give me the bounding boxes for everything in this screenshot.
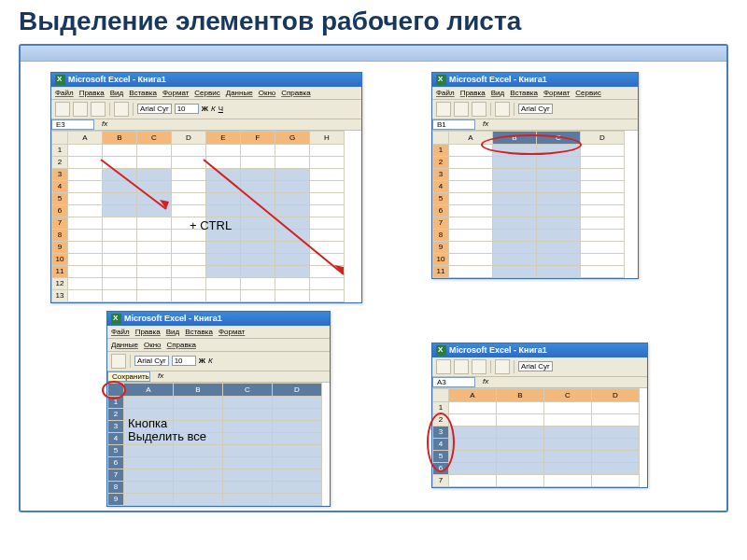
row-header[interactable]: 6 xyxy=(52,204,68,217)
row-header[interactable]: 2 xyxy=(108,408,124,420)
row-header[interactable]: 1 xyxy=(108,396,124,408)
print-icon[interactable] xyxy=(495,102,510,117)
menu-tools[interactable]: Сервис xyxy=(575,89,600,97)
menu-help[interactable]: Справка xyxy=(167,341,196,349)
menu-data[interactable]: Данные xyxy=(226,89,253,97)
row-header[interactable]: 4 xyxy=(108,432,124,444)
row-header[interactable]: 7 xyxy=(52,217,68,229)
font-select[interactable]: Arial Cyr xyxy=(518,361,553,371)
row-header[interactable]: 6 xyxy=(108,456,124,469)
menu-insert[interactable]: Вставка xyxy=(129,89,157,97)
menu-file[interactable]: Файл xyxy=(436,89,455,97)
col-header[interactable]: D xyxy=(581,131,625,144)
row-header[interactable]: 2 xyxy=(433,156,449,168)
select-all-corner[interactable] xyxy=(433,131,449,144)
italic-button[interactable]: К xyxy=(211,105,216,113)
underline-button[interactable]: Ч xyxy=(218,105,223,113)
new-icon[interactable] xyxy=(436,102,451,117)
font-select[interactable]: Arial Cyr xyxy=(518,104,553,114)
col-header[interactable]: E xyxy=(206,131,241,144)
save-icon[interactable] xyxy=(91,102,106,117)
open-icon[interactable] xyxy=(454,102,469,117)
row-header-selected[interactable]: 3 xyxy=(433,426,449,438)
row-header[interactable]: 10 xyxy=(52,253,68,265)
col-header[interactable]: H xyxy=(310,131,345,144)
row-header[interactable]: 6 xyxy=(433,204,449,217)
col-header[interactable]: B xyxy=(103,131,137,144)
menu-edit[interactable]: Правка xyxy=(460,89,486,97)
row-header[interactable]: 5 xyxy=(433,192,449,204)
print-icon[interactable] xyxy=(114,102,129,117)
open-icon[interactable] xyxy=(454,359,469,374)
col-header[interactable]: B xyxy=(174,383,223,396)
row-header[interactable]: 2 xyxy=(433,413,449,426)
new-icon[interactable] xyxy=(55,102,70,117)
row-header[interactable]: 4 xyxy=(52,180,68,192)
grid[interactable]: A B C D 1 2 3 4 5 6 7 8 9 10 11 xyxy=(432,131,638,278)
grid[interactable]: A B C D E F G H 1 2 3 4 5 6 7 8 9 10 xyxy=(51,131,361,302)
row-header-selected[interactable]: 4 xyxy=(433,438,449,450)
size-select[interactable]: 10 xyxy=(172,356,196,366)
col-header[interactable]: D xyxy=(273,383,322,396)
row-header[interactable]: 1 xyxy=(433,144,449,156)
save-icon[interactable] xyxy=(472,102,486,117)
row-header[interactable]: 11 xyxy=(433,265,449,277)
row-header[interactable]: 8 xyxy=(433,229,449,241)
col-header[interactable]: C xyxy=(137,131,172,144)
select-all-corner[interactable] xyxy=(52,131,68,144)
italic-button[interactable]: К xyxy=(208,357,213,365)
row-header[interactable]: 7 xyxy=(433,217,449,229)
menu-file[interactable]: Файл xyxy=(111,328,130,336)
row-header[interactable]: 9 xyxy=(108,493,124,505)
row-header[interactable]: 9 xyxy=(52,241,68,253)
row-header[interactable]: 7 xyxy=(433,474,449,486)
col-header-selected[interactable]: B xyxy=(493,131,537,144)
row-header[interactable]: 3 xyxy=(52,168,68,180)
menu-view[interactable]: Вид xyxy=(110,89,123,97)
new-icon[interactable] xyxy=(436,359,451,374)
col-header[interactable]: A xyxy=(449,388,497,401)
row-header[interactable]: 12 xyxy=(52,277,68,289)
row-header[interactable]: 7 xyxy=(108,469,124,481)
row-header[interactable]: 8 xyxy=(108,481,124,493)
select-all-corner[interactable] xyxy=(433,388,449,401)
menu-insert[interactable]: Вставка xyxy=(510,89,538,97)
row-header[interactable]: 3 xyxy=(433,168,449,180)
menu-window[interactable]: Окно xyxy=(259,89,276,97)
menubar[interactable]: Файл Правка Вид Вставка Формат Сервис xyxy=(432,87,638,100)
row-header[interactable]: 1 xyxy=(433,401,449,413)
col-header[interactable]: F xyxy=(241,131,275,144)
menu-window[interactable]: Окно xyxy=(144,341,162,349)
save-icon[interactable] xyxy=(111,354,126,369)
menu-edit[interactable]: Правка xyxy=(135,328,161,336)
row-header[interactable]: 13 xyxy=(52,289,68,301)
size-select[interactable]: 10 xyxy=(175,104,199,114)
row-header[interactable]: 1 xyxy=(52,144,68,156)
col-header[interactable]: A xyxy=(449,131,493,144)
name-box[interactable]: B1 xyxy=(432,119,475,130)
menu-help[interactable]: Справка xyxy=(281,89,310,97)
menubar[interactable]: Файл Правка Вид Вставка Формат Сервис Да… xyxy=(51,87,361,100)
col-header[interactable]: D xyxy=(172,131,206,144)
col-header[interactable]: C xyxy=(544,388,592,401)
col-header[interactable]: D xyxy=(592,388,640,401)
menu-data[interactable]: Данные xyxy=(111,341,138,349)
font-select[interactable]: Arial Cyr xyxy=(134,356,169,366)
menu-format[interactable]: Формат xyxy=(543,89,570,97)
menubar[interactable]: Файл Правка Вид Вставка Формат xyxy=(107,326,330,339)
menu-format[interactable]: Формат xyxy=(218,328,245,336)
save-icon[interactable] xyxy=(472,359,486,374)
menu-insert[interactable]: Вставка xyxy=(185,328,213,336)
grid[interactable]: A B C D 1 2 3 4 5 6 7 xyxy=(432,388,647,487)
menubar-2[interactable]: Данные Окно Справка xyxy=(107,339,330,352)
menu-edit[interactable]: Правка xyxy=(79,89,105,97)
name-box[interactable]: E3 xyxy=(51,119,94,130)
col-header[interactable]: B xyxy=(497,388,544,401)
col-header[interactable]: C xyxy=(223,383,273,396)
menu-view[interactable]: Вид xyxy=(491,89,504,97)
menu-view[interactable]: Вид xyxy=(166,328,179,336)
open-icon[interactable] xyxy=(73,102,88,117)
row-header[interactable]: 4 xyxy=(433,180,449,192)
col-header[interactable]: A xyxy=(68,131,103,144)
row-header[interactable]: 5 xyxy=(108,444,124,456)
